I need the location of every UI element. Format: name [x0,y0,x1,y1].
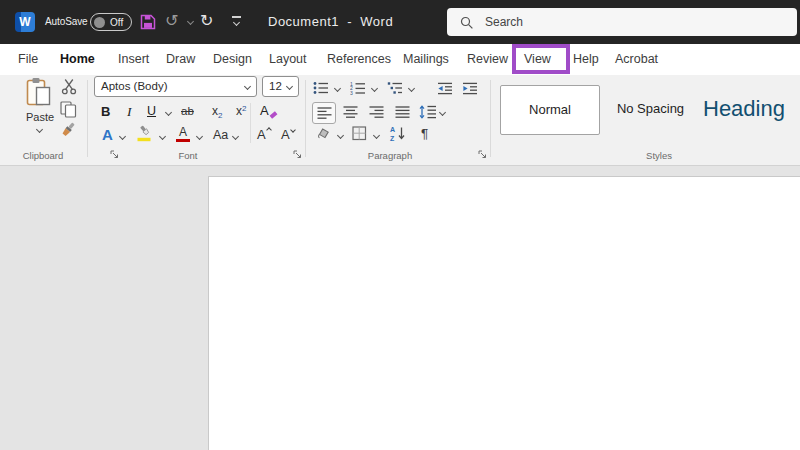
shrink-caret-icon [290,127,296,133]
highlight-button[interactable] [136,125,153,142]
clear-formatting-button[interactable]: A [260,103,269,118]
font-color-dropdown-icon[interactable] [196,133,203,140]
tab-draw[interactable]: Draw [166,44,195,75]
shrink-font-button[interactable]: A [281,127,295,142]
sort-button[interactable]: A Z [389,125,406,141]
borders-button[interactable] [352,126,367,141]
text-effects-dropdown-icon[interactable] [119,133,126,140]
autosave-label: AutoSave [45,16,88,27]
numbering-dropdown-icon[interactable] [371,85,378,92]
font-dialog-launcher-icon[interactable] [293,150,302,159]
font-size-select[interactable]: 12 [262,76,299,97]
change-case-button[interactable]: Aa [213,128,228,142]
style-heading1[interactable]: Heading 1 [703,85,790,135]
change-case-dropdown-icon[interactable] [232,133,239,140]
text-effects-button[interactable]: A [102,126,113,143]
grow-font-button[interactable]: A [257,127,271,142]
tab-file[interactable]: File [18,44,38,75]
paste-dropdown-icon[interactable] [36,126,43,133]
styles-group-label: Styles [629,150,689,161]
bullets-icon [313,81,329,95]
clipboard-group-label: Clipboard [13,150,73,161]
font-name-select[interactable]: Aptos (Body) [94,76,257,97]
ribbon: Paste Clipboar [0,75,800,166]
decrease-indent-button[interactable] [437,82,453,95]
ribbon-tab-bar: File Home Insert Draw Design Layout Refe… [0,44,800,75]
tab-acrobat[interactable]: Acrobat [615,44,658,75]
subscript-button[interactable]: x2 [212,104,222,120]
svg-text:Z: Z [390,135,395,142]
clipboard-dialog-launcher-icon[interactable] [110,150,119,159]
borders-dropdown-icon[interactable] [373,132,380,139]
cut-button[interactable] [61,78,77,95]
strikethrough-button[interactable]: ab [181,105,194,117]
align-center-icon [343,106,358,119]
line-spacing-dropdown-icon[interactable] [439,109,446,116]
bullets-dropdown-icon[interactable] [334,85,341,92]
paste-label[interactable]: Paste [18,111,62,123]
increase-indent-button[interactable] [462,82,478,95]
justify-button[interactable] [395,106,410,119]
eraser-icon [269,111,277,119]
format-painter-button[interactable] [58,121,78,140]
style-normal[interactable]: Normal [500,85,600,135]
multilevel-dropdown-icon[interactable] [408,85,415,92]
font-color-button[interactable]: A [176,126,190,142]
superscript-button[interactable]: x2 [236,104,246,118]
title-bar: W AutoSave Off ↺ ↻ Document1 - Word [0,0,800,44]
multilevel-list-button[interactable] [387,81,403,95]
shading-button[interactable] [315,127,332,142]
align-right-icon [369,106,384,119]
font-size-dropdown-icon [286,83,293,90]
tab-mailings[interactable]: Mailings [403,44,449,75]
paragraph-dialog-launcher-icon[interactable] [478,150,487,159]
toggle-knob-icon [94,17,105,28]
copy-icon [60,101,77,118]
tab-insert[interactable]: Insert [118,44,149,75]
svg-text:3: 3 [350,90,353,95]
tab-review[interactable]: Review [467,44,508,75]
align-right-button[interactable] [369,106,384,119]
underline-dropdown-icon[interactable] [165,109,172,116]
bullets-button[interactable] [313,81,329,95]
line-spacing-icon [419,105,437,119]
autosave-toggle[interactable]: Off [90,13,132,31]
font-group-label: Font [158,150,218,161]
line-spacing-button[interactable] [419,105,437,119]
paste-button[interactable] [25,77,53,108]
undo-dropdown-icon[interactable] [187,18,194,25]
font-color-bar-icon [176,139,190,142]
save-button[interactable] [139,13,157,31]
tab-layout[interactable]: Layout [269,44,307,75]
save-icon [139,13,157,31]
document-area [0,166,800,450]
highlighter-icon [136,125,153,142]
undo-icon[interactable]: ↺ [165,11,178,30]
highlight-dropdown-icon[interactable] [159,133,166,140]
pilcrow-button[interactable]: ¶ [421,126,428,141]
numbering-icon: 1 2 3 [350,81,366,95]
word-logo-icon[interactable]: W [15,12,35,32]
italic-button[interactable]: I [127,104,132,120]
shading-dropdown-icon[interactable] [337,132,344,139]
increase-indent-icon [462,82,478,95]
redo-icon[interactable]: ↻ [200,11,213,30]
style-no-spacing[interactable]: No Spacing [603,85,698,135]
numbering-button[interactable]: 1 2 3 [350,81,366,95]
tab-references[interactable]: References [327,44,391,75]
tab-home[interactable]: Home [60,44,95,75]
underline-button[interactable]: U [147,104,156,118]
align-left-button[interactable] [312,102,336,124]
paragraph-group-label: Paragraph [355,150,425,161]
multilevel-list-icon [387,81,403,95]
autosave-state: Off [110,17,123,28]
tab-help[interactable]: Help [573,44,599,75]
shading-bucket-icon [315,127,332,142]
copy-button[interactable] [60,101,77,118]
quick-access-customize-icon[interactable] [231,16,243,27]
search-input[interactable]: Search [447,8,797,36]
align-center-button[interactable] [343,106,358,119]
document-page[interactable] [208,176,800,450]
tab-design[interactable]: Design [213,44,252,75]
bold-button[interactable]: B [101,104,110,119]
